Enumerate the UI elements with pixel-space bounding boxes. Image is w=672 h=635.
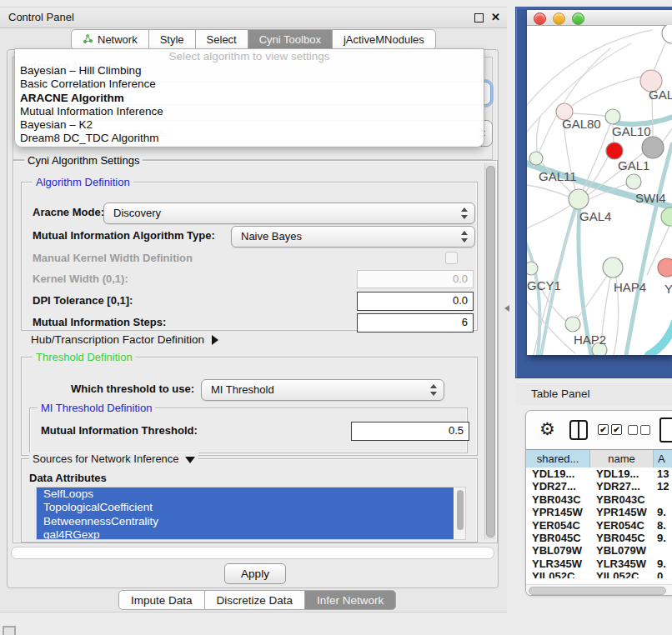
- tab-cyni-toolbox[interactable]: Cyni Toolbox: [248, 29, 333, 50]
- network-node-hap2[interactable]: [565, 317, 580, 332]
- algorithm-option-mutual-information-inference[interactable]: Mutual Information Inference: [15, 105, 484, 118]
- data-attribute-item[interactable]: BetweennessCentrality: [37, 515, 454, 528]
- control-panel: Control Panel ✕ NetworkStyleSelectCyni T…: [0, 7, 507, 612]
- aracne-mode-combo[interactable]: Discovery: [103, 202, 475, 224]
- sources-title: Sources for Network Inference: [33, 452, 179, 465]
- table-row[interactable]: YBL079WYBL079W: [526, 544, 672, 557]
- list-scrollbar[interactable]: [454, 488, 465, 539]
- table-row[interactable]: YBR045CYBR045C9.: [526, 532, 672, 544]
- settings-scrollbar-thumb[interactable]: [486, 166, 495, 538]
- mi-type-combo[interactable]: Naive Bayes: [231, 226, 475, 248]
- data-attribute-item[interactable]: TopologicalCoefficient: [37, 501, 454, 514]
- document-icon[interactable]: [659, 418, 672, 442]
- algorithm-option-bayesian-hill-climbing[interactable]: Bayesian – Hill Climbing: [15, 64, 484, 78]
- table-row[interactable]: YBR043CYBR043C: [526, 493, 672, 506]
- network-edge[interactable]: [614, 116, 672, 124]
- dpi-tolerance-field[interactable]: 0.0: [357, 292, 474, 311]
- table-row[interactable]: YDL19...YDL19...13: [526, 468, 672, 480]
- network-edge[interactable]: [527, 185, 569, 197]
- unselect-all-columns-icon[interactable]: [628, 425, 650, 435]
- network-node-salmon-node[interactable]: [658, 258, 672, 277]
- list-scrollbar-thumb[interactable]: [457, 490, 464, 530]
- tab-select[interactable]: Select: [195, 29, 248, 50]
- table-row[interactable]: YIL052CYIL052C0.: [526, 570, 672, 578]
- network-edge[interactable]: [583, 124, 610, 190]
- network-canvas[interactable]: GALGAL80GAL10GAL1GAL11SWI4GAL4GCY1HAP4YH…: [527, 25, 672, 355]
- manual-kernel-checkbox[interactable]: [445, 252, 458, 264]
- column-header-name[interactable]: name: [590, 450, 654, 468]
- node-label-y: Y: [664, 282, 672, 296]
- kernel-width-label: Kernel Width (0,1):: [33, 272, 128, 285]
- expand-arrow-icon[interactable]: [212, 335, 218, 345]
- network-node-right-green[interactable]: [661, 208, 672, 226]
- sources-title-row[interactable]: Sources for Network Inference: [29, 452, 198, 465]
- column-header-a[interactable]: A: [654, 450, 672, 468]
- select-all-columns-icon[interactable]: ✔ ✔: [598, 424, 622, 435]
- tab-infer-network[interactable]: Infer Network: [304, 590, 396, 610]
- algorithm-option-bayesian-k2[interactable]: Bayesian – K2: [15, 118, 484, 132]
- network-node-gal11[interactable]: [529, 152, 543, 165]
- network-edge[interactable]: [527, 205, 571, 228]
- apply-button[interactable]: Apply: [224, 563, 286, 584]
- algorithm-option-aracne-algorithm[interactable]: ARACNE Algorithm: [15, 92, 484, 105]
- float-window-icon[interactable]: [474, 13, 484, 22]
- aracne-mode-label: Aracne Mode:: [33, 202, 104, 222]
- network-edge[interactable]: [573, 113, 605, 116]
- network-edge[interactable]: [537, 117, 541, 152]
- table-horizontal-scrollbar[interactable]: [526, 584, 672, 595]
- data-attribute-item[interactable]: gal4RGexp: [37, 528, 454, 540]
- network-window-frame[interactable]: GALGAL80GAL10GAL1GAL11SWI4GAL4GCY1HAP4YH…: [515, 7, 672, 378]
- network-node-hap4[interactable]: [603, 258, 623, 278]
- algorithm-option-basic-correlation-inference[interactable]: Basic Correlation Inference: [15, 78, 484, 91]
- node-label-gal4: GAL4: [579, 209, 611, 223]
- network-edge[interactable]: [663, 127, 672, 142]
- table-scrollbar-thumb[interactable]: [529, 587, 666, 595]
- close-traffic-light-icon[interactable]: [534, 12, 546, 25]
- page: Control Panel ✕ NetworkStyleSelectCyni T…: [0, 0, 672, 635]
- algorithm-option-dream8-dc-tdc-algorithm[interactable]: Dream8 DC_TDC Algorithm: [15, 132, 484, 145]
- tab-impute-data[interactable]: Impute Data: [118, 590, 205, 610]
- mi-threshold-field[interactable]: 0.5: [351, 422, 469, 441]
- which-threshold-combo[interactable]: MI Threshold: [201, 379, 444, 401]
- tab-style[interactable]: Style: [148, 29, 196, 50]
- network-node-partial-top[interactable]: [662, 25, 672, 43]
- tab-jactivemnodules[interactable]: jActiveMNodules: [332, 29, 436, 50]
- network-node-gray-node[interactable]: [642, 137, 664, 158]
- table-row[interactable]: YDR27...YDR27...12: [526, 480, 672, 492]
- network-edge[interactable]: [572, 77, 640, 106]
- zoom-traffic-light-icon[interactable]: [572, 12, 584, 25]
- network-node-gal10[interactable]: [605, 109, 620, 124]
- mi-steps-field[interactable]: 6: [357, 313, 474, 332]
- data-attribute-item[interactable]: SelfLoops: [37, 488, 454, 501]
- collapse-arrow-icon[interactable]: [185, 457, 195, 463]
- hub-definition-section[interactable]: Hub/Transcription Factor Definition: [31, 333, 218, 346]
- tab-network[interactable]: Network: [71, 29, 149, 50]
- kernel-width-field[interactable]: 0.0: [357, 270, 474, 288]
- column-header-shared-[interactable]: shared...: [526, 450, 590, 468]
- network-node-gal4[interactable]: [569, 189, 589, 209]
- network-node-red-node[interactable]: [606, 142, 623, 159]
- table-row[interactable]: YER054CYER054C8.: [526, 519, 672, 532]
- network-edge[interactable]: [649, 322, 672, 355]
- column-layout-icon[interactable]: [569, 420, 588, 440]
- table-cell: YDR27...: [590, 480, 654, 492]
- table-cell: YDL19...: [526, 468, 590, 480]
- network-node-gcy1[interactable]: [527, 262, 538, 275]
- minimize-traffic-light-icon[interactable]: [553, 12, 565, 25]
- dock-handle-icon[interactable]: [3, 626, 16, 635]
- network-edge[interactable]: [654, 43, 665, 71]
- network-window-titlebar[interactable]: [527, 10, 672, 26]
- tab-discretize-data[interactable]: Discretize Data: [204, 590, 306, 610]
- node-label-swi4: SWI4: [635, 191, 666, 205]
- data-attributes-list[interactable]: SelfLoopsTopologicalCoefficientBetweenne…: [36, 487, 466, 540]
- tab-label: jActiveMNodules: [344, 33, 424, 46]
- table-row[interactable]: YLR345WYLR345W9.: [526, 558, 672, 570]
- split-collapse-icon[interactable]: [504, 305, 509, 312]
- table-cell: YPR145W: [526, 506, 590, 518]
- gear-icon[interactable]: ⚙: [539, 418, 555, 441]
- table-cell: 9.: [654, 532, 672, 544]
- network-node-gal1[interactable]: [626, 174, 641, 189]
- close-icon[interactable]: ✕: [491, 8, 500, 28]
- horizontal-scrollbar[interactable]: [11, 547, 494, 559]
- table-row[interactable]: YPR145WYPR145W9.: [526, 506, 672, 518]
